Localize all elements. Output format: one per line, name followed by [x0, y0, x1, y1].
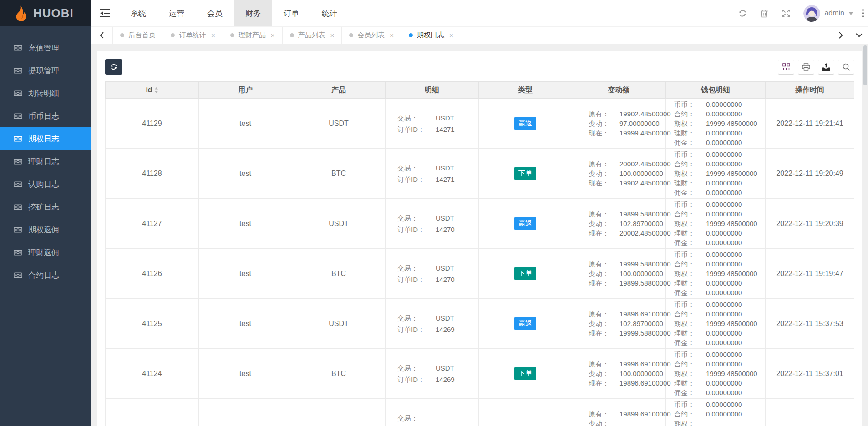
column-header-change[interactable]: 变动额 — [572, 82, 666, 99]
top-nav-item-member[interactable]: 会员 — [196, 0, 234, 26]
sidebar-item-subscribe-log[interactable]: 认购日志 — [0, 173, 91, 195]
cell-change: 原有：20002.48500000 变动：100.00000000 现在：199… — [572, 149, 666, 199]
tab-product-list[interactable]: 产品列表 × — [283, 27, 342, 44]
column-header-detail[interactable]: 明细 — [386, 82, 479, 99]
cell-user: test — [199, 349, 292, 399]
tab-home[interactable]: 后台首页 × — [113, 27, 163, 44]
tab-close-icon[interactable]: × — [211, 31, 215, 39]
refresh-icon[interactable] — [731, 0, 753, 26]
cell-user: test — [199, 299, 292, 349]
sidebar-item-finance-log[interactable]: 理财日志 — [0, 150, 91, 173]
brand-name: HUOBI — [33, 6, 74, 20]
cell-detail: 交易：USDT 订单ID：14270 — [386, 249, 479, 299]
tab-list: 后台首页 × 订单统计 × 理财产品 × 产品列表 × 会员列表 × 期权日志 … — [113, 27, 461, 44]
tab-member-list[interactable]: 会员列表 × — [342, 27, 401, 44]
cell-detail: 交易：USDT 订单ID：14271 — [386, 99, 479, 149]
sidebar-item-option-log[interactable]: 期权日志 — [0, 127, 91, 150]
export-icon[interactable] — [818, 60, 834, 75]
type-badge[interactable]: 赢返 — [514, 217, 536, 230]
cell-wallet: 币币：0.00000000 合约：0.00000000 期权：19999.485… — [666, 99, 766, 149]
tab-close-icon[interactable]: × — [271, 31, 275, 39]
top-nav-item-finance[interactable]: 财务 — [234, 0, 272, 26]
columns-icon[interactable] — [778, 60, 794, 75]
cell-change: 原有：19999.58800000 变动：100.00000000 现在：198… — [572, 249, 666, 299]
avatar — [803, 5, 820, 22]
sidebar-menu: 充值管理 提现管理 划转明细 币币日志 — [0, 26, 91, 286]
table-row: 41125 test USDT 交易：USDT 订单ID：14269 赢返 原有… — [106, 299, 854, 349]
sidebar-item-spot-log[interactable]: 币币日志 — [0, 105, 91, 127]
tab-option-log[interactable]: 期权日志 × — [401, 27, 461, 44]
top-nav-item-operation[interactable]: 运营 — [157, 0, 196, 26]
sidebar-item-withdraw[interactable]: 提现管理 — [0, 59, 91, 82]
user-menu[interactable]: admin — [797, 0, 858, 26]
type-badge[interactable]: 下单 — [514, 367, 536, 380]
type-badge[interactable]: 赢返 — [514, 117, 536, 130]
sidebar-item-mining-log[interactable]: 挖矿日志 — [0, 195, 91, 218]
kebab-menu-icon[interactable] — [858, 0, 868, 26]
cell-time: 2022-12-11 19:21:41 — [766, 99, 854, 149]
top-nav-item-system[interactable]: 系统 — [119, 0, 157, 26]
sidebar-item-recharge[interactable]: 充值管理 — [0, 36, 91, 59]
money-icon — [14, 112, 22, 120]
tab-finance-products[interactable]: 理财产品 × — [223, 27, 283, 44]
money-icon — [14, 203, 22, 211]
table-refresh-button[interactable] — [105, 59, 122, 75]
search-icon[interactable] — [838, 60, 854, 75]
cell-detail: 交易：USDT 订单ID：14269 — [386, 349, 479, 399]
column-header-type[interactable]: 类型 — [479, 82, 572, 99]
column-header-wallet[interactable]: 钱包明细 — [666, 82, 766, 99]
type-badge[interactable]: 下单 — [514, 267, 536, 280]
top-nav-item-stats[interactable]: 统计 — [310, 0, 349, 26]
cell-type: 赢返 — [479, 299, 572, 349]
cell-id: 41129 — [106, 99, 199, 149]
trash-icon[interactable] — [753, 0, 775, 26]
cell-user: test — [199, 199, 292, 249]
option-log-table: id 用户 产品 明细 类型 — [105, 81, 854, 426]
sidebar-item-transfer[interactable]: 划转明细 — [0, 82, 91, 105]
chevron-down-icon[interactable] — [850, 27, 868, 44]
tab-bar: 后台首页 × 订单统计 × 理财产品 × 产品列表 × 会员列表 × 期权日志 … — [91, 26, 868, 44]
tab-close-icon[interactable]: × — [449, 31, 453, 39]
fullscreen-icon[interactable] — [775, 0, 797, 26]
cell-id: 41126 — [106, 249, 199, 299]
sidebar: HUOBI 充值管理 提现管理 划转明细 — [0, 0, 91, 426]
sidebar-item-finance-rebate[interactable]: 理财返佣 — [0, 241, 91, 264]
type-badge[interactable]: 下单 — [514, 167, 536, 180]
column-header-time[interactable]: 操作时间 — [766, 82, 854, 99]
tab-status-dot — [349, 33, 353, 37]
cell-time: 2022-12-11 15:37:53 — [766, 299, 854, 349]
column-header-product[interactable]: 产品 — [292, 82, 386, 99]
column-header-id[interactable]: id — [106, 82, 199, 99]
cell-detail: 交易：USDT 订单ID：14270 — [386, 199, 479, 249]
cell-product: BTC — [292, 249, 386, 299]
type-badge[interactable]: 赢返 — [514, 317, 536, 330]
cell-wallet: 币币：0.00000000 合约：0.00000000 期权：19999.485… — [666, 149, 766, 199]
cell-detail: 交易：USDT 订单ID：14271 — [386, 149, 479, 199]
table-row: 41127 test USDT 交易：USDT 订单ID：14270 赢返 原有… — [106, 199, 854, 249]
chevron-left-icon[interactable] — [91, 27, 113, 44]
top-bar: 系统 运营 会员 财务 订单 统计 — [91, 0, 868, 26]
top-nav-item-order[interactable]: 订单 — [272, 0, 310, 26]
print-icon[interactable] — [798, 60, 814, 75]
cell-change: 原有：19996.69100000 变动：100.00000000 现在：198… — [572, 349, 666, 399]
cell-id: 41125 — [106, 299, 199, 349]
brand-logo[interactable]: HUOBI — [0, 0, 91, 26]
table-row: 41126 test BTC 交易：USDT 订单ID：14270 下单 原有：… — [106, 249, 854, 299]
chevron-right-icon[interactable] — [832, 27, 850, 44]
cell-type: 赢返 — [479, 199, 572, 249]
sidebar-item-option-rebate[interactable]: 期权返佣 — [0, 218, 91, 241]
sidebar-item-contract-log[interactable]: 合约日志 — [0, 264, 91, 286]
cell-product — [292, 399, 386, 426]
table-row: 41129 test USDT 交易：USDT 订单ID：14271 赢返 原有… — [106, 99, 854, 149]
cell-time: 2022-12-11 15:37:01 — [766, 349, 854, 399]
top-nav: 系统 运营 会员 财务 订单 统计 — [119, 0, 349, 26]
sort-icon[interactable] — [154, 87, 158, 94]
table-row: 交易： 订单ID： 原有：19899.69100000 变动： 现在： 币币：0… — [106, 399, 854, 426]
tabbar-spacer — [461, 27, 832, 44]
tab-close-icon[interactable]: × — [390, 31, 394, 39]
menu-collapse-icon[interactable] — [91, 0, 119, 26]
tab-close-icon[interactable]: × — [330, 31, 335, 39]
column-header-user[interactable]: 用户 — [199, 82, 292, 99]
tab-order-stats[interactable]: 订单统计 × — [163, 27, 223, 44]
vertical-scrollbar[interactable] — [863, 45, 867, 85]
